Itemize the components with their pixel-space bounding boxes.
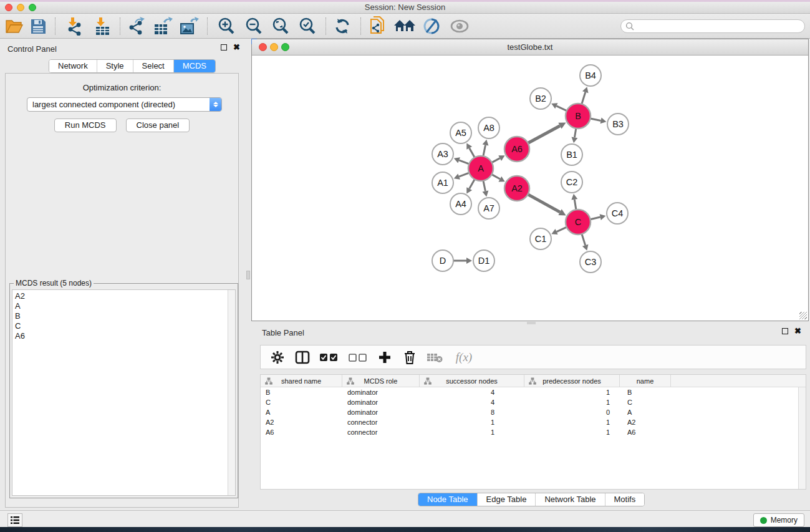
zoom-selected-button[interactable] [297,17,317,36]
edge-A-A1[interactable] [459,173,469,177]
zoom-fit-button[interactable] [271,17,291,36]
toggle-browser-button[interactable] [422,17,441,36]
table-row[interactable]: Bdominator41B [261,387,806,397]
show-columns-icon[interactable] [294,349,311,365]
network-window-titlebar[interactable]: testGlobe.txt [252,39,808,56]
edge-A-A8[interactable] [483,145,486,156]
edge-C-C1[interactable] [557,227,567,231]
refresh-view-button[interactable] [332,17,352,36]
select-all-checkboxes-icon[interactable] [319,349,339,365]
edge-C-C3[interactable] [582,234,586,245]
edge-B-B1[interactable] [574,128,576,138]
column-header-name[interactable]: name [620,375,671,387]
tab-style[interactable]: Style [97,60,133,72]
control-panel: Control Panel ✖ NetworkStyleSelectMCDS O… [0,39,248,510]
table-scrollbar[interactable] [798,387,806,489]
open-session-button[interactable] [4,17,24,36]
close-panel-icon[interactable]: ✖ [233,44,240,51]
minimize-window-button[interactable] [17,4,24,11]
tab-edge-table[interactable]: Edge Table [477,493,536,506]
network-window-title: testGlobe.txt [252,39,808,55]
edge-A-A5[interactable] [470,148,475,157]
edge-B-B4[interactable] [582,92,586,104]
table-row[interactable]: A2connector11A2 [261,417,806,427]
mcds-result-item[interactable]: A6 [15,331,235,341]
column-header-predecessor-nodes[interactable]: predecessor nodes [524,375,620,387]
cell-pred: 1 [524,387,620,397]
cell-pred: 0 [524,407,620,417]
tab-select[interactable]: Select [133,60,173,72]
mcds-result-item[interactable]: A2 [15,291,235,301]
column-header-mcds-role[interactable]: MCDS role [342,375,420,387]
tab-network-table[interactable]: Network Table [535,493,604,506]
column-header-successor-nodes[interactable]: successor nodes [420,375,524,387]
add-column-icon[interactable] [377,349,393,365]
export-image-button[interactable] [179,17,199,36]
mcds-result-item[interactable]: C [15,321,235,331]
tab-network[interactable]: Network [49,60,97,72]
tab-node-table[interactable]: Node Table [418,493,477,506]
zoom-out-button[interactable] [244,17,264,36]
delete-table-icon[interactable] [427,349,443,365]
delete-columns-icon[interactable] [402,349,418,365]
criterion-select[interactable]: largest connected component (directed) [27,97,222,112]
table-settings-icon[interactable] [269,349,286,365]
toolbar-separator [55,17,55,35]
import-network-button[interactable] [64,17,84,36]
table-row[interactable]: Cdominator41C [261,397,806,407]
mcds-result-item[interactable]: A [15,301,235,311]
edge-B-B3[interactable] [591,118,601,120]
save-session-button[interactable] [28,17,48,36]
column-header-shared-name[interactable]: shared name [261,375,342,387]
export-table-button[interactable] [153,17,173,36]
node-label-C1: C1 [535,234,547,244]
edge-A6-B[interactable] [528,126,560,143]
resize-grip-icon[interactable] [799,312,807,319]
network-from-file-button[interactable] [367,17,387,36]
cell-name: C [620,397,671,407]
splitter-handle-vertical[interactable] [246,271,250,279]
search-input[interactable] [620,19,805,33]
list-scrollbar[interactable] [228,290,235,495]
tab-mcds[interactable]: MCDS [173,60,215,72]
close-panel-button[interactable]: Close panel [126,118,190,132]
edge-B-B2[interactable] [556,106,567,111]
import-table-button[interactable] [92,17,112,36]
zoom-in-button[interactable] [216,17,236,36]
cell-pred: 1 [524,397,620,407]
edge-A-A6[interactable] [492,158,500,163]
edge-arrowhead [572,137,578,143]
edge-A-A2[interactable] [492,175,500,179]
float-panel-icon[interactable] [221,44,227,51]
table-row[interactable]: A6connector11A6 [261,427,806,437]
network-canvas[interactable]: AA1A2A3A4A5A6A7A8BB1B2B3B4CC1C2C3C4DD1 [252,56,808,321]
home-button[interactable] [393,17,417,36]
show-hide-graphics-details-button[interactable] [450,17,470,36]
edge-A2-C[interactable] [528,195,561,212]
task-history-button[interactable] [7,513,22,527]
close-network-button[interactable] [259,43,267,51]
maximize-network-button[interactable] [281,43,289,51]
export-network-button[interactable] [127,17,147,36]
minimize-network-button[interactable] [270,43,278,51]
run-mcds-button[interactable]: Run MCDS [54,118,117,132]
tab-motifs[interactable]: Motifs [605,493,645,506]
close-window-button[interactable] [5,4,12,11]
cell-shared: A6 [261,427,342,437]
edge-arrowhead [466,258,472,264]
edge-A-A7[interactable] [483,181,485,191]
edge-C-C2[interactable] [574,200,576,210]
deselect-all-checkboxes-icon[interactable] [348,349,368,365]
memory-button[interactable]: Memory [753,513,804,527]
mcds-result-group: MCDS result (5 nodes) A2ABCA6 [9,283,238,498]
float-table-panel-icon[interactable] [782,328,788,334]
edge-A-A3[interactable] [459,160,469,164]
edge-A-A4[interactable] [470,179,475,188]
table-row[interactable]: Adominator80A [261,407,806,417]
close-table-panel-icon[interactable]: ✖ [794,328,801,334]
search-icon [625,22,634,31]
edge-C-C4[interactable] [591,217,600,220]
maximize-window-button[interactable] [29,4,36,11]
apply-function-icon[interactable]: f(x) [451,349,476,365]
mcds-result-item[interactable]: B [15,311,235,321]
